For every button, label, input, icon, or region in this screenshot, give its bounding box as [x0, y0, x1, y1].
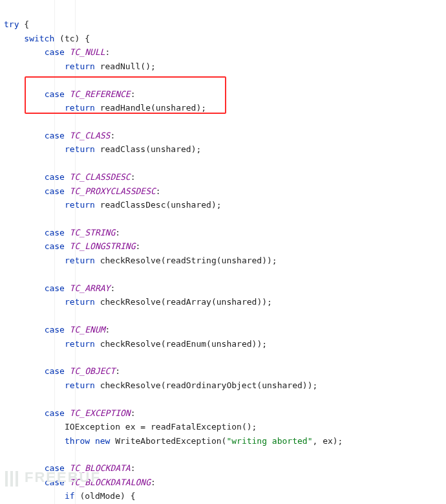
kw-switch: switch [24, 34, 54, 43]
const-tc-blockdata: TC_BLOCKDATA [70, 463, 131, 473]
type-IOException: IOException [65, 422, 120, 432]
kw-throw: throw [65, 436, 90, 446]
kw-return: return [65, 61, 95, 71]
const-tc-blockdatalong: TC_BLOCKDATALONG [70, 477, 151, 487]
kw-if: if [65, 491, 75, 501]
const-tc-array: TC_ARRAY [70, 283, 111, 293]
const-tc-enum: TC_ENUM [70, 325, 105, 334]
call-checkResolve: checkResolve [100, 256, 161, 265]
const-tc-classdesc: TC_CLASSDESC [70, 172, 131, 182]
const-tc-proxyclassdesc: TC_PROXYCLASSDESC [70, 186, 156, 196]
const-tc-object: TC_OBJECT [70, 366, 115, 376]
id-tc: tc [65, 34, 75, 43]
call-readClassDesc: readClassDesc [100, 200, 166, 210]
const-tc-class: TC_CLASS [70, 131, 111, 140]
code-block: try { switch (tc) { case TC_NULL: return… [0, 0, 446, 504]
const-tc-string: TC_STRING [70, 228, 115, 237]
kw-try: try [4, 19, 19, 29]
const-tc-exception: TC_EXCEPTION [70, 408, 131, 418]
string-literal: "writing aborted" [226, 436, 312, 446]
const-tc-reference: TC_REFERENCE [70, 89, 131, 99]
kw-case: case [45, 47, 65, 57]
kw-new: new [95, 436, 110, 446]
const-tc-null: TC_NULL [70, 47, 105, 57]
const-tc-longstring: TC_LONGSTRING [70, 241, 136, 251]
call-readHandle: readHandle [100, 103, 151, 113]
call-readClass: readClass [100, 144, 145, 154]
call-readNull: readNull [100, 61, 141, 71]
